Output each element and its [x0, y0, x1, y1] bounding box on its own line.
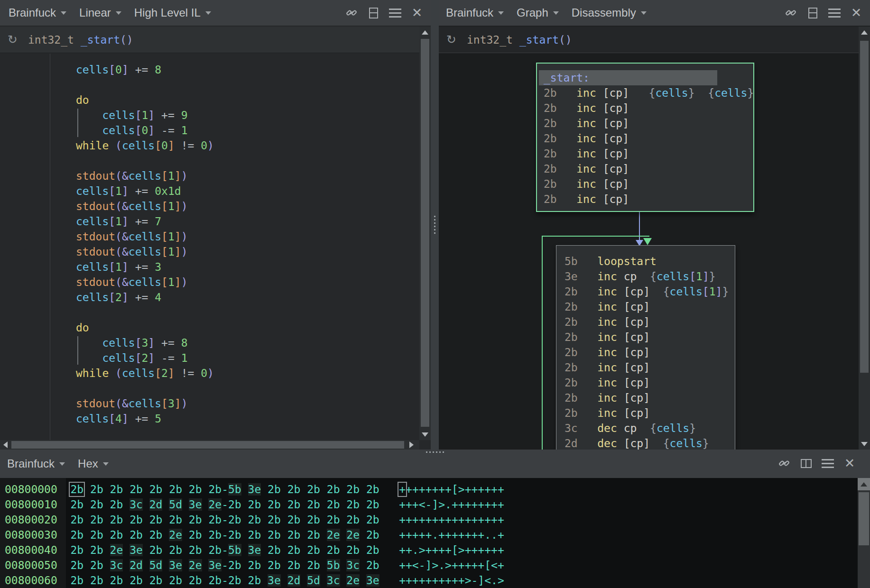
hex-byte[interactable]: 2b	[268, 498, 281, 511]
hex-byte[interactable]: 2e	[327, 529, 340, 541]
scroll-left-button[interactable]	[0, 440, 10, 450]
code-line[interactable]: cells[0] -= 1	[0, 123, 419, 138]
function-signature[interactable]: ↻ int32_t _start ()	[0, 27, 419, 53]
hex-byte[interactable]: 2d	[149, 498, 163, 511]
hex-byte[interactable]: 2b	[248, 529, 261, 541]
hex-byte[interactable]: 2b	[189, 574, 202, 587]
hex-byte[interactable]: 3c	[110, 559, 123, 571]
left-vertical-scrollbar[interactable]	[419, 27, 431, 440]
hex-byte[interactable]: 2b	[169, 574, 182, 587]
hex-byte[interactable]: 2b	[149, 483, 163, 496]
hex-byte[interactable]: 2b	[130, 514, 143, 526]
hex-byte[interactable]: 2b	[248, 574, 261, 587]
hex-byte[interactable]: 2b	[70, 498, 83, 511]
scrollbar-thumb[interactable]	[859, 492, 869, 545]
code-line[interactable]: stdout(&cells[1])	[0, 168, 419, 184]
menu-brainfuck[interactable]: Brainfuck	[7, 457, 65, 470]
hex-byte[interactable]: 5d	[307, 574, 320, 587]
scroll-down-button[interactable]	[419, 429, 431, 440]
hex-byte[interactable]: 2b	[228, 514, 241, 526]
scroll-up-button[interactable]	[858, 478, 870, 490]
hex-byte[interactable]: 2b	[346, 514, 360, 526]
hex-byte[interactable]: 2b	[366, 559, 379, 571]
split-pane-icon[interactable]	[799, 456, 813, 470]
hex-byte[interactable]: 2b	[366, 498, 379, 511]
close-icon[interactable]: ✕	[410, 6, 424, 20]
pane-divider-vertical[interactable]	[431, 0, 439, 450]
hex-byte[interactable]: 2b	[149, 574, 163, 587]
disassembly-row[interactable]: 2b inc [cp]	[556, 390, 735, 405]
code-line[interactable]	[0, 381, 419, 396]
hex-byte[interactable]: 2b	[70, 514, 83, 526]
hex-byte[interactable]: 2b	[366, 483, 379, 496]
menu-linear[interactable]: Linear	[79, 6, 121, 19]
hex-byte[interactable]: 2b	[287, 498, 301, 511]
hex-byte[interactable]: 2e	[169, 529, 182, 541]
scroll-down-button[interactable]	[859, 438, 870, 450]
hex-byte[interactable]: 2b	[327, 483, 340, 496]
code-line[interactable]: stdout(&cells[1])	[0, 229, 419, 244]
code-line[interactable]: stdout(&cells[1])	[0, 199, 419, 214]
hex-byte[interactable]: 2b	[366, 529, 379, 541]
hex-byte[interactable]: 2b	[70, 529, 83, 541]
close-icon[interactable]: ✕	[849, 6, 863, 20]
menu-graph[interactable]: Graph	[517, 6, 559, 19]
hex-byte[interactable]: 2b	[208, 574, 222, 587]
code-line[interactable]: cells[0] += 8	[0, 62, 419, 77]
disassembly-row[interactable]: 2b inc [cp]	[556, 345, 735, 360]
code-line[interactable]: cells[1] += 0x1d	[0, 184, 419, 199]
code-line[interactable]: cells[3] += 8	[0, 335, 419, 350]
disassembly-row[interactable]: 2b inc [cp]	[537, 131, 753, 146]
basic-block-loop[interactable]: 5b loopstart3e inc cp {cells[1]}2b inc […	[556, 245, 735, 450]
disassembly-row[interactable]: 3c dec cp {cells}	[556, 421, 735, 436]
left-horizontal-scrollbar[interactable]	[0, 440, 431, 450]
disassembly-row[interactable]: 2b inc [cp]	[556, 375, 735, 390]
hex-byte[interactable]: 2b	[110, 498, 123, 511]
hex-byte[interactable]: 3e	[189, 498, 202, 511]
disassembly-row[interactable]: 2b inc [cp]	[537, 192, 753, 207]
hex-byte[interactable]: 2b	[228, 559, 241, 571]
hex-byte[interactable]: 2b	[70, 559, 83, 571]
hex-byte[interactable]: 3e	[248, 483, 261, 496]
disassembly-row[interactable]: 2b inc [cp]	[556, 360, 735, 375]
code-line[interactable]: do	[0, 92, 419, 108]
hex-byte[interactable]: 3c	[346, 559, 360, 571]
link-icon[interactable]	[784, 6, 798, 20]
hex-byte[interactable]: 3e	[268, 574, 281, 587]
hex-byte[interactable]: 5d	[149, 559, 163, 571]
hex-byte[interactable]: 2b	[366, 544, 379, 556]
hex-byte[interactable]: 2b	[287, 559, 301, 571]
hex-byte[interactable]: 2e	[208, 498, 222, 511]
hex-byte[interactable]: 2b	[327, 498, 340, 511]
scroll-up-button[interactable]	[859, 27, 870, 38]
hamburger-menu-icon[interactable]	[827, 6, 842, 20]
hex-byte[interactable]: 2b	[287, 529, 301, 541]
hex-byte[interactable]: 2b	[70, 483, 83, 496]
disassembly-row[interactable]: 2b inc [cp]	[556, 330, 735, 345]
hex-byte[interactable]: 2b	[90, 498, 103, 511]
code-line[interactable]: cells[4] += 5	[0, 411, 419, 426]
hex-byte[interactable]: 2b	[130, 483, 143, 496]
disassembly-row[interactable]: 2b inc [cp]	[556, 314, 735, 330]
hex-byte[interactable]: 5b	[228, 544, 241, 556]
hex-byte[interactable]: 2b	[307, 544, 320, 556]
right-vertical-scrollbar[interactable]	[859, 27, 870, 450]
code-line[interactable]: cells[1] += 9	[0, 108, 419, 123]
hex-byte[interactable]: 2b	[90, 514, 103, 526]
code-line[interactable]: cells[2] += 4	[0, 290, 419, 305]
hex-byte[interactable]: 2b	[90, 559, 103, 571]
disassembly-row[interactable]: 2b inc [cp]	[537, 161, 753, 176]
hex-byte[interactable]: 2b	[307, 529, 320, 541]
split-pane-icon[interactable]	[805, 6, 820, 20]
link-icon[interactable]	[777, 456, 791, 470]
hex-byte[interactable]: 2b	[268, 529, 281, 541]
hex-byte[interactable]: 2b	[110, 514, 123, 526]
hamburger-menu-icon[interactable]	[821, 456, 835, 470]
hex-byte[interactable]: 2b	[208, 529, 222, 541]
scrollbar-thumb[interactable]	[421, 39, 429, 427]
hex-byte[interactable]: 2b	[149, 544, 163, 556]
hex-byte[interactable]: 2b	[327, 514, 340, 526]
hex-byte[interactable]: 2b	[327, 544, 340, 556]
hex-byte[interactable]: 2b	[110, 529, 123, 541]
hex-byte[interactable]: 2e	[346, 574, 360, 587]
